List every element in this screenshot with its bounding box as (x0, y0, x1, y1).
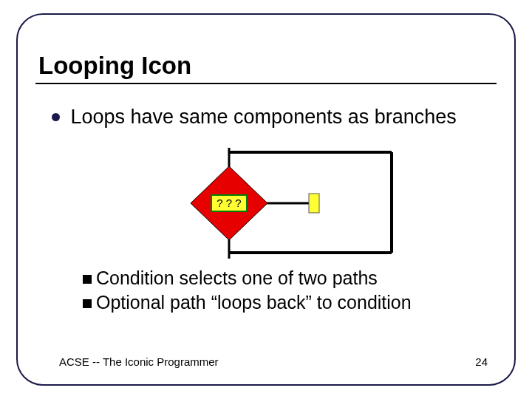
sub-bullet: Condition selects one of two paths (83, 267, 412, 289)
svg-rect-6 (309, 194, 319, 213)
sub-bullet-text: Condition selects one of two paths (96, 267, 378, 289)
sub-bullet-list: Condition selects one of two paths Optio… (83, 267, 412, 316)
footer-text: ACSE -- The Iconic Programmer (59, 355, 219, 368)
sub-bullet-text: Optional path “loops back” to condition (96, 292, 412, 313)
bullet-square-icon (83, 299, 92, 308)
bullet-square-icon (83, 275, 92, 284)
main-bullet-text: Loops have same components as branches (70, 105, 456, 129)
bullet-dot-icon (52, 113, 60, 121)
loop-diagram: ? ? ? (148, 148, 414, 259)
main-bullet: Loops have same components as branches (52, 105, 457, 129)
title-underline (35, 83, 497, 84)
sub-bullet: Optional path “loops back” to condition (83, 292, 412, 313)
slide-title: Looping Icon (38, 52, 191, 80)
page-number: 24 (475, 355, 488, 368)
decision-label: ? ? ? (216, 197, 241, 209)
